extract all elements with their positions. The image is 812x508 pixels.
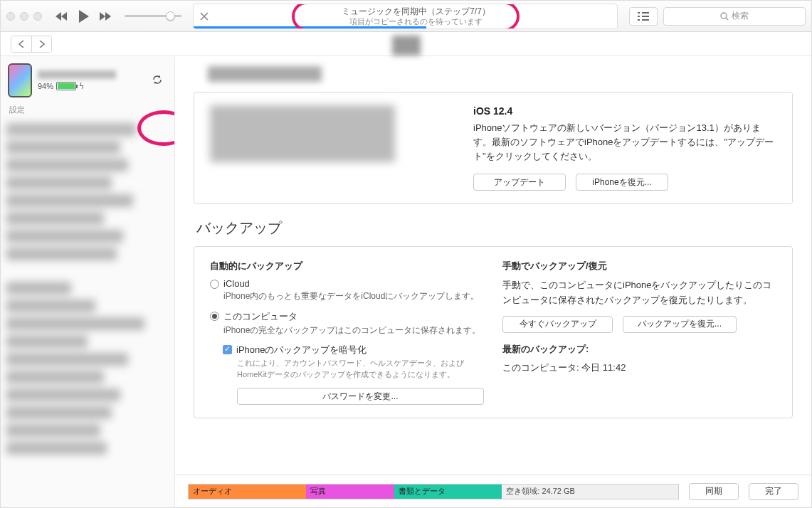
device-name — [38, 70, 116, 79]
restore-backup-button[interactable]: バックアップを復元... — [623, 316, 737, 333]
device-title-redacted — [208, 66, 322, 82]
radio-this-computer-desc: iPhoneの完全なバックアップはこのコンピュータに保存されます。 — [223, 324, 484, 337]
radio-this-computer[interactable]: このコンピュータ — [210, 310, 484, 323]
prev-track-icon[interactable] — [55, 11, 69, 21]
charging-icon: ϟ — [79, 82, 84, 91]
radio-this-computer-label: このコンピュータ — [223, 310, 297, 323]
play-icon[interactable] — [78, 9, 90, 23]
itunes-window: ミュージックを同期中（ステップ7/7） 項目がコピーされるのを待っています 検索 — [0, 0, 812, 508]
ios-version-heading: iOS 12.4 — [473, 105, 776, 117]
zoom-window-icon[interactable] — [33, 12, 42, 21]
ios-update-message: iPhoneソフトウェアの新しいバージョン（バージョン13.1）があります。最新… — [473, 121, 776, 164]
nav-forward-button[interactable] — [31, 36, 51, 52]
svg-point-0 — [721, 13, 727, 18]
storage-seg-docs: 書類とデータ — [394, 485, 502, 499]
status-lcd: ミュージックを同期中（ステップ7/7） 項目がコピーされるのを待っています — [193, 4, 618, 29]
backup-section-title: バックアップ — [196, 218, 793, 238]
storage-seg-audio: オーディオ — [189, 485, 306, 499]
battery-percent: 94% — [38, 82, 53, 90]
ios-info-redacted — [210, 105, 395, 162]
battery-icon — [56, 82, 76, 90]
device-tab-thumb[interactable] — [392, 36, 421, 55]
backup-now-button[interactable]: 今すぐバックアップ — [502, 316, 613, 333]
encrypt-backup-checkbox[interactable]: iPhoneのバックアップを暗号化 — [223, 344, 484, 356]
volume-slider[interactable] — [125, 15, 181, 17]
playback-controls — [55, 9, 113, 23]
radio-icloud-label: iCloud — [223, 278, 250, 289]
storage-bar: オーディオ 写真 書類とデータ 空き領域: 24.72 GB — [188, 484, 679, 499]
sub-toolbar — [1, 32, 811, 56]
nav-arrows — [11, 36, 52, 53]
radio-icon — [210, 312, 219, 321]
device-thumbnail-icon — [8, 63, 32, 97]
device-header: 94% ϟ — [1, 56, 174, 102]
manual-backup-header: 手動でバックアップ/復元 — [502, 260, 776, 272]
minimize-window-icon[interactable] — [20, 12, 28, 21]
search-input[interactable]: 検索 — [663, 7, 806, 26]
next-track-icon[interactable] — [99, 11, 113, 21]
radio-icon — [210, 280, 219, 289]
storage-seg-photos: 写真 — [306, 485, 394, 499]
encrypt-backup-label: iPhoneのバックアップを暗号化 — [236, 344, 367, 356]
search-icon — [720, 12, 729, 21]
sync-status-line2: 項目がコピーされるのを待っています — [215, 16, 617, 26]
restore-iphone-button[interactable]: iPhoneを復元... — [576, 174, 668, 191]
ios-panel: iOS 12.4 iPhoneソフトウェアの新しいバージョン（バージョン13.1… — [194, 92, 793, 204]
sidebar-settings-header: 設定 — [1, 102, 174, 118]
encrypt-backup-desc: これにより、アカウントパスワード、ヘルスケアデータ、およびHomeKitデータの… — [237, 358, 484, 381]
titlebar: ミュージックを同期中（ステップ7/7） 項目がコピーされるのを待っています 検索 — [1, 1, 811, 32]
radio-icloud-desc: iPhone内のもっとも重要なデータをiCloudにバックアップします。 — [223, 290, 484, 302]
last-backup-value: このコンピュータ: 今日 11:42 — [502, 361, 776, 374]
search-placeholder: 検索 — [732, 10, 749, 22]
nav-back-button[interactable] — [11, 36, 31, 52]
checkbox-icon — [223, 345, 232, 354]
content-area: iOS 12.4 iPhoneソフトウェアの新しいバージョン（バージョン13.1… — [175, 56, 811, 508]
backup-panel: 自動的にバックアップ iCloud iPhone内のもっとも重要なデータをiCl… — [194, 246, 793, 418]
sidebar-items-redacted — [1, 123, 174, 455]
list-view-button[interactable] — [629, 7, 658, 26]
sync-spinner-icon[interactable] — [147, 73, 167, 89]
window-controls — [6, 12, 42, 21]
sync-status-line1: ミュージックを同期中（ステップ7/7） — [215, 6, 617, 16]
sync-button[interactable]: 同期 — [689, 483, 739, 500]
change-password-button[interactable]: パスワードを変更... — [237, 388, 484, 405]
radio-icloud[interactable]: iCloud — [210, 278, 484, 289]
update-button[interactable]: アップデート — [473, 174, 566, 191]
cancel-sync-icon[interactable] — [194, 12, 215, 21]
close-window-icon[interactable] — [6, 12, 15, 21]
sidebar: 94% ϟ 設定 — [1, 56, 175, 508]
sync-progress-bar — [194, 26, 426, 28]
manual-backup-desc: 手動で、このコンピュータにiPhoneをバックアップしたりこのコンピュータに保存… — [502, 278, 776, 307]
done-button[interactable]: 完了 — [749, 483, 798, 500]
storage-seg-free: 空き領域: 24.72 GB — [502, 485, 678, 499]
auto-backup-header: 自動的にバックアップ — [210, 260, 484, 272]
last-backup-header: 最新のバックアップ: — [502, 343, 776, 356]
bottom-bar: オーディオ 写真 書類とデータ 空き領域: 24.72 GB 同期 完了 — [175, 475, 811, 507]
